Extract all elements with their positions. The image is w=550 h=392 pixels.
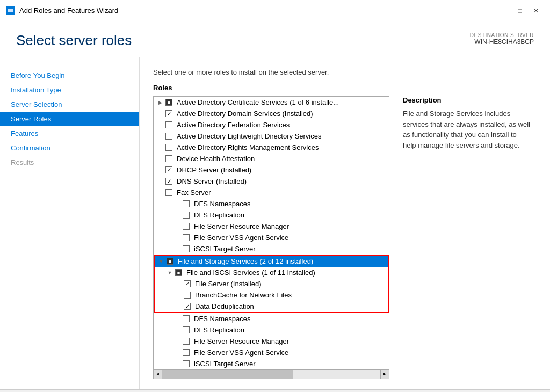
horizontal-scrollbar[interactable]: ◄ ► — [153, 370, 389, 379]
checkbox-checked[interactable]: ✓ — [184, 280, 191, 287]
role-item[interactable]: DFS Namespaces — [154, 313, 389, 324]
checkbox-checked[interactable]: ✓ — [165, 110, 172, 117]
description-panel: Description File and Storage Services in… — [397, 96, 537, 379]
sidebar: Before You Begin Installation Type Serve… — [0, 57, 140, 389]
hscroll-thumb[interactable] — [162, 370, 293, 379]
sidebar-item-installation-type[interactable]: Installation Type — [0, 83, 139, 97]
role-label: DHCP Server (Installed) — [177, 166, 251, 174]
checkbox-unchecked[interactable] — [165, 189, 172, 196]
server-name: WIN-HE8CIHA3BCP — [470, 38, 534, 46]
role-item[interactable]: DFS Replication — [154, 209, 389, 221]
title-bar-controls: — □ ✕ — [496, 4, 544, 17]
role-item[interactable]: ▶ ■ Active Directory Certificate Service… — [154, 97, 389, 108]
red-highlight-box: ▼ ■ File and Storage Services (2 of 12 i… — [154, 255, 389, 313]
checkbox-partial[interactable]: ■ — [165, 99, 172, 106]
maximize-button[interactable]: □ — [512, 4, 527, 17]
role-item[interactable]: DFS Replication — [154, 324, 389, 336]
sidebar-item-server-roles[interactable]: Server Roles — [0, 112, 139, 126]
checkbox-unchecked[interactable] — [183, 223, 190, 230]
role-item[interactable]: ✓ DNS Server (Installed) — [154, 176, 389, 187]
role-label: File Server (Installed) — [195, 280, 262, 288]
role-item[interactable]: ▼ ■ File and iSCSI Services (1 of 11 ins… — [155, 267, 388, 278]
close-button[interactable]: ✕ — [529, 4, 544, 17]
role-label: Active Directory Domain Services (Instal… — [177, 110, 313, 118]
checkbox-checked[interactable]: ✓ — [165, 178, 172, 185]
header-area: Select server roles DESTINATION SERVER W… — [0, 21, 550, 57]
checkbox-unchecked[interactable] — [165, 155, 172, 162]
role-item[interactable]: ✓ DHCP Server (Installed) — [154, 164, 389, 176]
checkbox-unchecked[interactable] — [183, 212, 190, 219]
role-label: Active Directory Certificate Services (1… — [177, 98, 339, 106]
role-label: Data Deduplication — [195, 302, 254, 310]
role-label: DFS Replication — [194, 326, 244, 334]
scroll-left-btn[interactable]: ◄ — [154, 370, 162, 379]
role-label: Active Directory Lightweight Directory S… — [177, 132, 321, 140]
role-item[interactable]: ✓ File Server (Installed) — [155, 278, 388, 289]
role-item[interactable]: iSCSI Target Server — [154, 358, 389, 369]
role-item[interactable]: Active Directory Lightweight Directory S… — [154, 130, 389, 142]
minimize-button[interactable]: — — [496, 4, 511, 17]
checkbox-unchecked[interactable] — [165, 121, 172, 128]
role-item[interactable]: DFS Namespaces — [154, 198, 389, 209]
role-label: File Server Resource Manager — [194, 337, 289, 345]
sidebar-item-features[interactable]: Features — [0, 126, 139, 141]
checkbox-partial[interactable]: ■ — [175, 269, 182, 276]
main-content: Select server roles DESTINATION SERVER W… — [0, 21, 550, 389]
role-item[interactable]: Device Health Attestation — [154, 153, 389, 164]
role-label: DNS Server (Installed) — [177, 177, 247, 185]
checkbox-unchecked[interactable] — [183, 349, 190, 356]
checkbox-unchecked[interactable] — [183, 234, 190, 241]
role-label: DFS Namespaces — [194, 315, 250, 323]
checkbox-partial[interactable]: ■ — [167, 258, 173, 265]
role-label: Fax Server — [177, 188, 211, 197]
role-item[interactable]: Active Directory Rights Management Servi… — [154, 142, 389, 153]
checkbox-checked[interactable]: ✓ — [184, 303, 191, 310]
checkbox-unchecked[interactable] — [183, 360, 190, 367]
role-label: Device Health Attestation — [177, 155, 255, 163]
footer: < Previous Next > Install Cancel — [0, 389, 550, 392]
role-item[interactable]: ✓ Active Directory Domain Services (Inst… — [154, 108, 389, 119]
role-item[interactable]: ▼ ■ File and Storage Services (2 of 12 i… — [155, 256, 388, 267]
destination-label: DESTINATION SERVER — [470, 32, 534, 38]
role-item[interactable]: File Server VSS Agent Service — [154, 232, 389, 243]
checkbox-unchecked[interactable] — [184, 292, 191, 299]
role-item[interactable]: ✓ Data Deduplication — [155, 301, 388, 312]
title-bar-text: Add Roles and Features Wizard — [19, 6, 492, 14]
role-item[interactable]: iSCSI Target Server — [154, 243, 389, 255]
checkbox-unchecked[interactable] — [165, 144, 172, 151]
expand-arrow[interactable]: ▼ — [158, 258, 164, 265]
sidebar-item-before-you-begin[interactable]: Before You Begin — [0, 68, 139, 83]
scroll-right-btn[interactable]: ► — [380, 370, 389, 379]
roles-list-box[interactable]: ▶ ■ Active Directory Certificate Service… — [153, 96, 389, 370]
sidebar-item-confirmation[interactable]: Confirmation — [0, 141, 139, 155]
sidebar-item-server-selection[interactable]: Server Selection — [0, 97, 139, 112]
wizard-icon — [6, 6, 15, 15]
role-item[interactable]: File Server Resource Manager — [154, 336, 389, 347]
role-item[interactable]: Active Directory Federation Services — [154, 119, 389, 130]
description-title: Description — [403, 96, 531, 104]
instruction-text: Select one or more roles to install on t… — [153, 68, 537, 76]
main-panel: Select one or more roles to install on t… — [140, 57, 550, 389]
sidebar-item-results: Results — [0, 155, 139, 170]
checkbox-unchecked[interactable] — [183, 315, 190, 322]
checkbox-unchecked[interactable] — [183, 245, 190, 252]
checkbox-unchecked[interactable] — [183, 326, 190, 333]
role-label: File Server VSS Agent Service — [194, 234, 288, 242]
title-bar: Add Roles and Features Wizard — □ ✕ — [0, 0, 550, 21]
role-label: Active Directory Rights Management Servi… — [177, 143, 319, 151]
checkbox-unchecked[interactable] — [183, 200, 190, 207]
role-item[interactable]: Fax Server — [154, 187, 389, 198]
expand-arrow[interactable]: ▼ — [167, 270, 173, 276]
hscroll-track[interactable] — [162, 370, 380, 379]
role-item[interactable]: File Server Resource Manager — [154, 221, 389, 232]
role-label: DFS Replication — [194, 211, 244, 219]
checkbox-unchecked[interactable] — [165, 133, 172, 140]
role-item[interactable]: File Server VSS Agent Service — [154, 347, 389, 358]
checkbox-checked[interactable]: ✓ — [165, 166, 172, 173]
expand-arrow[interactable]: ▶ — [157, 99, 163, 106]
checkbox-unchecked[interactable] — [183, 338, 190, 345]
roles-container: ▶ ■ Active Directory Certificate Service… — [153, 96, 537, 379]
role-item[interactable]: BranchCache for Network Files — [155, 289, 388, 301]
roles-label: Roles — [153, 84, 537, 92]
body-area: Before You Begin Installation Type Serve… — [0, 57, 550, 389]
